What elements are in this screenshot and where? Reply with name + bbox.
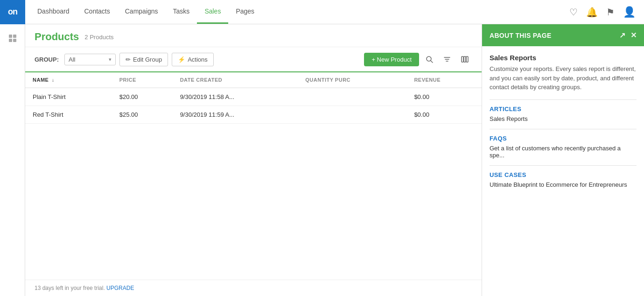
- page-footer: 13 days left in your free trial. UPGRADE: [25, 280, 482, 296]
- page-title: Products: [35, 31, 79, 43]
- main-panel: Products 2 Products GROUP: All ▾ ✏ Edit …: [25, 24, 482, 296]
- svg-rect-6: [462, 56, 463, 62]
- about-panel: ABOUT THIS PAGE ↗ ✕ Sales Reports Custom…: [482, 24, 644, 296]
- nav-links: Dashboard Contacts Campaigns Tasks Sales…: [25, 0, 569, 24]
- table-header: NAME ↓ PRICE DATE CREATED QUANTITY PURC: [25, 72, 482, 88]
- use-cases-label[interactable]: USE CASES: [490, 171, 637, 178]
- use-cases-text[interactable]: Ultimate Blueprint to Ecommerce for Entr…: [490, 181, 637, 188]
- row-0-date: 9/30/2019 11:58 A...: [173, 88, 298, 106]
- about-use-cases-section: USE CASES Ultimate Blueprint to Ecommerc…: [490, 171, 637, 188]
- svg-rect-3: [13, 39, 16, 42]
- nav-tasks[interactable]: Tasks: [166, 0, 197, 24]
- svg-rect-2: [9, 39, 12, 42]
- lightning-icon: ⚡: [178, 56, 185, 63]
- actions-button[interactable]: ⚡ Actions: [172, 53, 214, 66]
- divider: [490, 129, 637, 129]
- articles-label[interactable]: ARTICLES: [490, 106, 637, 113]
- topnav-actions: ♡ 🔔 ⚑ 👤: [569, 6, 644, 18]
- nav-dashboard[interactable]: Dashboard: [30, 0, 77, 24]
- heart-icon[interactable]: ♡: [569, 7, 578, 18]
- filter-icon[interactable]: [440, 52, 455, 67]
- table-body: Plain T-Shirt $20.00 9/30/2019 11:58 A..…: [25, 88, 482, 124]
- left-sidebar: [0, 24, 25, 296]
- row-0-price: $20.00: [112, 88, 173, 106]
- expand-icon[interactable]: ↗: [619, 31, 625, 40]
- products-table-wrap: NAME ↓ PRICE DATE CREATED QUANTITY PURC: [25, 72, 482, 280]
- products-table: NAME ↓ PRICE DATE CREATED QUANTITY PURC: [25, 72, 482, 124]
- pencil-icon: ✏: [126, 56, 131, 63]
- row-1-name: Red T-Shirt: [25, 106, 112, 124]
- content-area: Products 2 Products GROUP: All ▾ ✏ Edit …: [0, 24, 644, 296]
- faqs-text[interactable]: Get a list of customers who recently pur…: [490, 145, 637, 159]
- svg-rect-7: [464, 56, 466, 62]
- row-1-price: $25.00: [112, 106, 173, 124]
- col-header-date-created[interactable]: DATE CREATED: [173, 72, 298, 88]
- about-panel-title: ABOUT THIS PAGE: [490, 32, 552, 39]
- row-0-quantity: [298, 88, 406, 106]
- product-count: 2 Products: [84, 34, 113, 41]
- col-header-name[interactable]: NAME ↓: [25, 72, 112, 88]
- close-icon[interactable]: ✕: [630, 31, 637, 40]
- edit-group-button[interactable]: ✏ Edit Group: [119, 53, 168, 66]
- about-section-title: Sales Reports: [490, 54, 637, 62]
- articles-link[interactable]: Sales Reports: [490, 115, 637, 122]
- divider: [490, 165, 637, 166]
- top-navigation: on Dashboard Contacts Campaigns Tasks Sa…: [0, 0, 644, 24]
- user-icon[interactable]: 👤: [623, 6, 636, 18]
- group-select[interactable]: All ▾: [64, 54, 116, 65]
- columns-icon[interactable]: [457, 52, 472, 67]
- about-panel-header: ABOUT THIS PAGE ↗ ✕: [482, 24, 644, 46]
- toolbar: GROUP: All ▾ ✏ Edit Group ⚡ Actions + Ne…: [25, 47, 482, 72]
- svg-line-5: [431, 61, 433, 63]
- table-row[interactable]: Plain T-Shirt $20.00 9/30/2019 11:58 A..…: [25, 88, 482, 106]
- faqs-label[interactable]: FAQS: [490, 135, 637, 142]
- search-icon[interactable]: [422, 52, 437, 67]
- bell-icon[interactable]: 🔔: [586, 7, 598, 18]
- nav-contacts[interactable]: Contacts: [77, 0, 118, 24]
- table-row[interactable]: Red T-Shirt $25.00 9/30/2019 11:59 A... …: [25, 106, 482, 124]
- about-articles-section: ARTICLES Sales Reports: [490, 106, 637, 122]
- nav-pages[interactable]: Pages: [228, 0, 262, 24]
- sort-arrow-icon: ↓: [52, 78, 55, 83]
- flag-icon[interactable]: ⚑: [606, 7, 615, 18]
- svg-rect-8: [466, 56, 468, 62]
- toolbar-right: + New Product: [364, 52, 472, 67]
- app-logo[interactable]: on: [0, 0, 25, 24]
- about-section-desc: Customize your reports. Every sales repo…: [490, 64, 637, 92]
- about-main-section: Sales Reports Customize your reports. Ev…: [490, 54, 637, 92]
- divider: [490, 99, 637, 100]
- page-header: Products 2 Products: [25, 24, 482, 47]
- upgrade-link[interactable]: UPGRADE: [106, 285, 134, 291]
- row-1-date: 9/30/2019 11:59 A...: [173, 106, 298, 124]
- row-0-name: Plain T-Shirt: [25, 88, 112, 106]
- nav-campaigns[interactable]: Campaigns: [118, 0, 166, 24]
- svg-rect-0: [9, 35, 12, 38]
- col-header-revenue[interactable]: REVENUE: [406, 72, 482, 88]
- about-panel-body: Sales Reports Customize your reports. Ev…: [482, 46, 644, 198]
- footer-text: 13 days left in your free trial.: [35, 285, 105, 291]
- sidebar-grid-icon[interactable]: [4, 30, 21, 47]
- col-header-quantity[interactable]: QUANTITY PURC: [298, 72, 406, 88]
- nav-sales[interactable]: Sales: [197, 0, 228, 24]
- row-1-quantity: [298, 106, 406, 124]
- chevron-down-icon: ▾: [109, 56, 112, 63]
- about-panel-header-actions: ↗ ✕: [619, 31, 637, 40]
- about-faqs-section: FAQS Get a list of customers who recentl…: [490, 135, 637, 159]
- col-header-price[interactable]: PRICE: [112, 72, 173, 88]
- row-0-revenue: $0.00: [406, 88, 482, 106]
- row-1-revenue: $0.00: [406, 106, 482, 124]
- new-product-button[interactable]: + New Product: [364, 53, 419, 66]
- group-label: GROUP:: [35, 56, 59, 63]
- svg-rect-1: [13, 35, 16, 38]
- page-wrapper: Products 2 Products GROUP: All ▾ ✏ Edit …: [0, 24, 644, 296]
